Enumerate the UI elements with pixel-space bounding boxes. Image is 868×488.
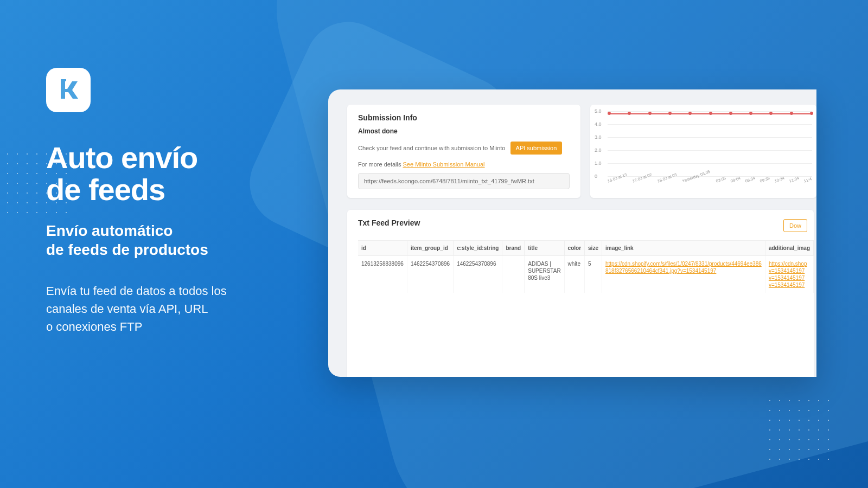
table-cell: https://cdn.shopify.com/s/files/1/0247/8…: [602, 256, 765, 293]
chart-ylabel: 5.0: [595, 108, 602, 114]
chart-datapoint: [810, 112, 813, 115]
chart-xlabel: 03:05: [715, 176, 726, 184]
column-header: size: [585, 241, 602, 256]
submission-instruction: Check your feed and continue with submis…: [358, 142, 570, 155]
column-header: c:style_id:string: [454, 241, 502, 256]
table-cell: 1462254370896: [454, 256, 502, 293]
subheadline: Envío automático de feeds de productos: [46, 221, 296, 259]
cell-link[interactable]: v=1534145197: [769, 282, 805, 288]
chart-datapoint: [790, 112, 793, 115]
headline: Auto envío de feeds: [46, 142, 296, 206]
dot-pattern: [765, 396, 830, 461]
table-cell: ADIDAS |SUPERSTAR 80S live3: [525, 256, 564, 293]
chart-gridline: [608, 150, 812, 151]
chart-datapoint: [709, 112, 712, 115]
table-cell: 5: [585, 256, 602, 293]
chart-xlabel: 09:04: [730, 176, 741, 184]
feed-table: iditem_group_idc:style_id:stringbrandtit…: [358, 240, 814, 377]
body-text: Envía tu feed de datos a todos los canal…: [46, 282, 296, 336]
chart-datapoint: [688, 112, 692, 115]
chart-xlabel: 10:34: [774, 176, 786, 184]
chart-xlabel: 18.03 at 03: [656, 172, 677, 183]
chart-ylabel: 4.0: [595, 121, 602, 127]
submission-card: Submission Info Almost done Check your f…: [347, 105, 580, 198]
brand-logo: [46, 68, 91, 112]
table-cell: 1462254370896: [407, 256, 453, 293]
chart-xlabel: 16.03 at 13: [607, 172, 627, 183]
logo-icon: [55, 77, 81, 103]
chart-xlabel: 09:39: [760, 176, 771, 184]
manual-link[interactable]: See Miinto Submission Manual: [403, 161, 485, 168]
chart-xlabel: 11:4: [803, 176, 813, 183]
preview-title: Txt Feed Preview: [358, 219, 420, 227]
column-header: id: [358, 241, 407, 256]
column-header: color: [564, 241, 584, 256]
chart-ylabel: 1.0: [595, 160, 602, 166]
chart-datapoint: [769, 112, 773, 115]
api-submission-button[interactable]: API submission: [510, 142, 563, 155]
feed-preview-card: Txt Feed Preview Dow iditem_group_idc:st…: [347, 210, 814, 377]
chart-xlabel: 11:04: [789, 176, 800, 184]
chart-gridline: [608, 137, 812, 138]
chart-xlabel: 17.03 at 02: [631, 172, 652, 183]
feed-url-field[interactable]: [358, 173, 570, 189]
chart-xlabels: 16.03 at 1317.03 at 0218.03 at 03Yesterd…: [608, 179, 812, 184]
column-header: title: [525, 241, 564, 256]
cell-link[interactable]: v=1534145197: [769, 268, 805, 274]
chart-datapoint: [729, 112, 732, 115]
chart-ylabel: 2.0: [595, 147, 602, 153]
chart-gridline: [608, 163, 812, 164]
chart-ylabel: 0: [595, 174, 597, 179]
chart-ylabel: 3.0: [595, 134, 602, 140]
chart-datapoint: [648, 112, 652, 115]
app-panel: Submission Info Almost done Check your f…: [328, 89, 816, 377]
table-cell: https://cdn.shopv=1534145197v=1534145197…: [765, 256, 813, 293]
column-header: image_link: [602, 241, 765, 256]
table-cell: [502, 256, 525, 293]
chart-xlabel: 09:34: [744, 176, 756, 184]
table-row: 1261325883809614622543708961462254370896…: [358, 256, 814, 293]
chart-gridline: [608, 124, 812, 125]
submission-details: For more details See Miinto Submission M…: [358, 161, 570, 168]
chart-datapoint: [749, 112, 752, 115]
cell-link[interactable]: https://cdn.shop: [769, 261, 807, 267]
chart-card: 5.04.03.02.01.0016.03 at 1317.03 at 0218…: [590, 105, 816, 198]
chart-datapoint: [628, 112, 631, 115]
column-header: brand: [502, 241, 525, 256]
column-header: item_group_id: [407, 241, 453, 256]
cell-link[interactable]: https://cdn.shopify.com/s/files/1/0247/8…: [605, 261, 762, 274]
chart-datapoint: [608, 112, 611, 115]
submission-title: Submission Info: [358, 113, 570, 122]
chart-datapoint: [668, 112, 672, 115]
line-chart: 5.04.03.02.01.0016.03 at 1317.03 at 0218…: [595, 111, 812, 176]
submission-status: Almost done: [358, 127, 570, 135]
column-header: additional_imag: [765, 241, 813, 256]
cell-link[interactable]: v=1534145197: [769, 275, 805, 281]
table-cell: white: [564, 256, 584, 293]
table-cell: 12613258838096: [358, 256, 407, 293]
download-button[interactable]: Dow: [783, 219, 807, 232]
hero-section: Auto envío de feeds Envío automático de …: [46, 68, 296, 336]
